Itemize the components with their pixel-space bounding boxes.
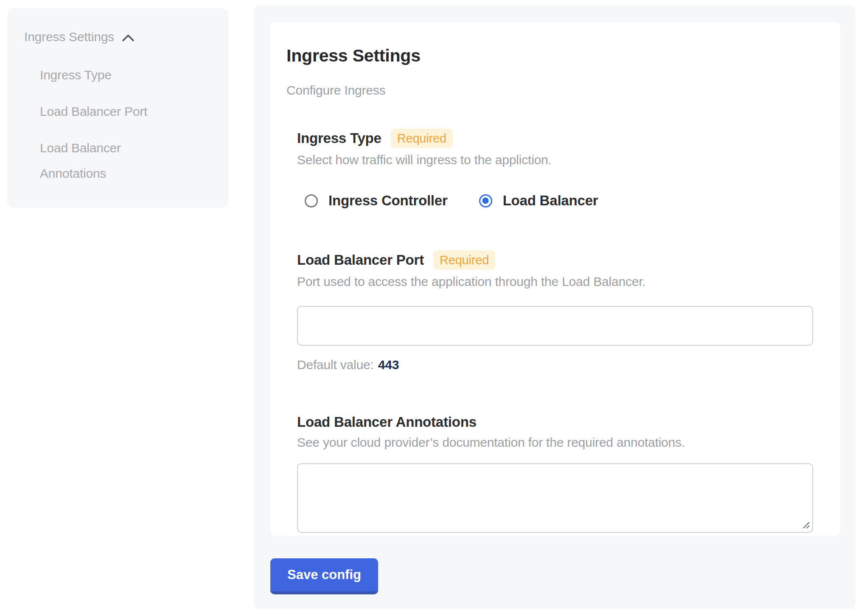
ingress-type-label-row: Ingress Type Required — [297, 129, 813, 148]
radio-selected-icon — [479, 194, 492, 207]
load-balancer-port-description: Port used to access the application thro… — [297, 274, 813, 290]
default-value: 443 — [378, 358, 399, 372]
ingress-type-radio-group: Ingress Controller Load Balancer — [297, 193, 813, 209]
load-balancer-port-label-row: Load Balancer Port Required — [297, 250, 813, 270]
sidebar-section-toggle[interactable]: Ingress Settings — [24, 29, 216, 45]
section-load-balancer-annotations: Load Balancer Annotations See your cloud… — [297, 414, 813, 533]
sidebar-item-list: Ingress Type Load Balancer Port Load Bal… — [24, 62, 216, 186]
page-title: Ingress Settings — [286, 45, 813, 66]
required-badge: Required — [391, 129, 453, 148]
radio-unselected-icon — [305, 194, 318, 207]
chevron-up-icon — [122, 34, 135, 42]
section-ingress-type: Ingress Type Required Select how traffic… — [297, 129, 813, 209]
load-balancer-port-label: Load Balancer Port — [297, 252, 424, 269]
radio-option-load-balancer[interactable]: Load Balancer — [479, 193, 598, 209]
sidebar-item-ingress-type[interactable]: Ingress Type — [40, 62, 184, 88]
annotations-textarea-wrap — [297, 463, 813, 533]
radio-option-label: Load Balancer — [503, 193, 598, 209]
sidebar-item-load-balancer-annotations[interactable]: Load Balancer Annotations — [40, 135, 184, 186]
load-balancer-annotations-label-row: Load Balancer Annotations — [297, 414, 813, 431]
ingress-type-label: Ingress Type — [297, 130, 382, 147]
resize-grip-icon[interactable] — [801, 520, 811, 529]
default-value-line: Default value:443 — [297, 358, 813, 372]
form-sections: Ingress Type Required Select how traffic… — [297, 129, 813, 533]
load-balancer-annotations-label: Load Balancer Annotations — [297, 414, 477, 431]
default-value-label: Default value: — [297, 358, 374, 372]
ingress-type-description: Select how traffic will ingress to the a… — [297, 152, 813, 168]
required-badge: Required — [433, 250, 495, 270]
radio-option-ingress-controller[interactable]: Ingress Controller — [305, 193, 448, 209]
section-load-balancer-port: Load Balancer Port Required Port used to… — [297, 250, 813, 372]
radio-option-label: Ingress Controller — [328, 193, 448, 209]
page-subtitle: Configure Ingress — [286, 83, 813, 98]
load-balancer-annotations-textarea[interactable] — [297, 463, 813, 533]
save-config-button[interactable]: Save config — [270, 558, 378, 594]
ingress-settings-card: Ingress Settings Configure Ingress Ingre… — [270, 22, 840, 536]
load-balancer-annotations-description: See your cloud provider’s documentation … — [297, 434, 813, 451]
load-balancer-port-input[interactable] — [297, 306, 813, 346]
settings-panel: Ingress Settings Configure Ingress Ingre… — [254, 6, 856, 609]
sidebar-item-load-balancer-port[interactable]: Load Balancer Port — [40, 99, 184, 124]
sidebar-section-title: Ingress Settings — [24, 29, 114, 45]
config-sidebar: Ingress Settings Ingress Type Load Balan… — [7, 8, 228, 208]
